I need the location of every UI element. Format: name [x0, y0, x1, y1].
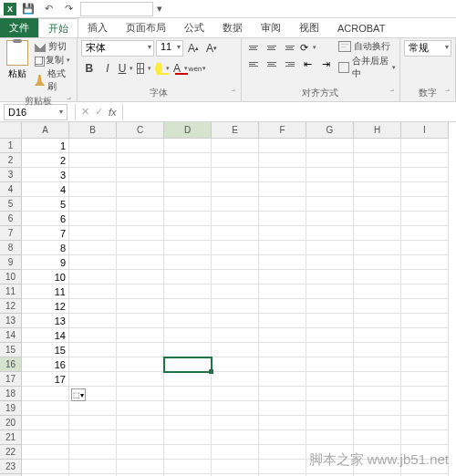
cell-A2[interactable]: 2: [22, 153, 69, 168]
cell-E1[interactable]: [212, 139, 259, 153]
cell-D16[interactable]: [164, 357, 212, 372]
undo-button[interactable]: ↶: [40, 2, 57, 16]
row-header-9[interactable]: 9: [0, 255, 22, 270]
cell-F18[interactable]: [259, 387, 306, 401]
cell-E12[interactable]: [212, 299, 259, 314]
cell-C12[interactable]: [117, 299, 164, 314]
cell-B14[interactable]: [69, 328, 117, 343]
cell-H19[interactable]: [354, 401, 401, 416]
cell-H4[interactable]: [354, 182, 401, 197]
tab-view[interactable]: 视图: [290, 18, 328, 37]
cell-D19[interactable]: [164, 401, 212, 416]
cell-I5[interactable]: [401, 197, 449, 212]
cell-A17[interactable]: 17: [22, 372, 69, 387]
cell-I8[interactable]: [401, 241, 449, 255]
cell-G1[interactable]: [306, 139, 354, 153]
row-header-21[interactable]: 21: [0, 430, 22, 445]
cell-H1[interactable]: [354, 139, 401, 153]
cell-C20[interactable]: [117, 416, 164, 430]
enter-formula-button[interactable]: ✓: [95, 106, 103, 118]
cell-G3[interactable]: [306, 168, 354, 182]
cell-D6[interactable]: [164, 212, 212, 226]
tab-acrobat[interactable]: ACROBAT: [328, 18, 394, 37]
cell-E23[interactable]: [212, 460, 259, 474]
cell-A6[interactable]: 6: [22, 212, 69, 226]
cell-H20[interactable]: [354, 416, 401, 430]
cell-C9[interactable]: [117, 255, 164, 270]
cell-A13[interactable]: 13: [22, 314, 69, 328]
row-header-11[interactable]: 11: [0, 285, 22, 299]
col-header-C[interactable]: C: [117, 122, 164, 139]
font-name-select[interactable]: 宋体▾: [81, 40, 154, 57]
redo-button[interactable]: ↷: [60, 2, 77, 16]
format-painter-button[interactable]: 格式刷: [35, 67, 73, 93]
cell-B2[interactable]: [69, 153, 117, 168]
cell-D13[interactable]: [164, 314, 212, 328]
cell-E18[interactable]: [212, 387, 259, 401]
cell-C4[interactable]: [117, 182, 164, 197]
cell-A21[interactable]: [22, 430, 69, 445]
cell-D10[interactable]: [164, 270, 212, 285]
cell-E21[interactable]: [212, 430, 259, 445]
cell-F2[interactable]: [259, 153, 306, 168]
cell-B13[interactable]: [69, 314, 117, 328]
row-header-16[interactable]: 16: [0, 357, 22, 372]
decrease-indent-button[interactable]: ⇤: [300, 57, 316, 71]
cell-A1[interactable]: 1: [22, 139, 69, 153]
cell-F20[interactable]: [259, 416, 306, 430]
cell-I14[interactable]: [401, 328, 449, 343]
cell-B17[interactable]: [69, 372, 117, 387]
cell-I7[interactable]: [401, 226, 449, 241]
cell-H14[interactable]: [354, 328, 401, 343]
cell-D9[interactable]: [164, 255, 212, 270]
cell-H2[interactable]: [354, 153, 401, 168]
row-header-2[interactable]: 2: [0, 153, 22, 168]
cell-E8[interactable]: [212, 241, 259, 255]
cell-E10[interactable]: [212, 270, 259, 285]
align-middle-button[interactable]: [264, 40, 280, 55]
cell-D20[interactable]: [164, 416, 212, 430]
underline-button[interactable]: U: [118, 60, 134, 77]
cell-C11[interactable]: [117, 285, 164, 299]
cell-H18[interactable]: [354, 387, 401, 401]
cell-F4[interactable]: [259, 182, 306, 197]
cell-E20[interactable]: [212, 416, 259, 430]
cell-F15[interactable]: [259, 343, 306, 357]
cell-C17[interactable]: [117, 372, 164, 387]
cell-H9[interactable]: [354, 255, 401, 270]
cell-E16[interactable]: [212, 357, 259, 372]
cut-button[interactable]: 剪切: [35, 40, 73, 53]
increase-font-button[interactable]: A▴: [185, 40, 202, 57]
cell-A10[interactable]: 10: [22, 270, 69, 285]
cell-G8[interactable]: [306, 241, 354, 255]
cell-C6[interactable]: [117, 212, 164, 226]
cell-I4[interactable]: [401, 182, 449, 197]
formula-input[interactable]: [123, 104, 456, 120]
cell-I11[interactable]: [401, 285, 449, 299]
cell-E3[interactable]: [212, 168, 259, 182]
cell-C8[interactable]: [117, 241, 164, 255]
paste-button[interactable]: 粘贴: [4, 40, 31, 93]
col-header-B[interactable]: B: [69, 122, 117, 139]
row-header-6[interactable]: 6: [0, 212, 22, 226]
cell-F3[interactable]: [259, 168, 306, 182]
cell-D1[interactable]: [164, 139, 212, 153]
cell-A14[interactable]: 14: [22, 328, 69, 343]
cell-F5[interactable]: [259, 197, 306, 212]
cell-H6[interactable]: [354, 212, 401, 226]
cell-G13[interactable]: [306, 314, 354, 328]
cell-A20[interactable]: [22, 416, 69, 430]
cell-I18[interactable]: [401, 387, 449, 401]
align-right-button[interactable]: [282, 57, 298, 71]
cell-E6[interactable]: [212, 212, 259, 226]
cell-F19[interactable]: [259, 401, 306, 416]
cell-D12[interactable]: [164, 299, 212, 314]
cell-A23[interactable]: [22, 460, 69, 474]
row-header-7[interactable]: 7: [0, 226, 22, 241]
cancel-formula-button[interactable]: ✕: [81, 106, 89, 118]
cell-E19[interactable]: [212, 401, 259, 416]
cell-I6[interactable]: [401, 212, 449, 226]
cell-G19[interactable]: [306, 401, 354, 416]
decrease-font-button[interactable]: A▾: [203, 40, 220, 57]
cell-F8[interactable]: [259, 241, 306, 255]
